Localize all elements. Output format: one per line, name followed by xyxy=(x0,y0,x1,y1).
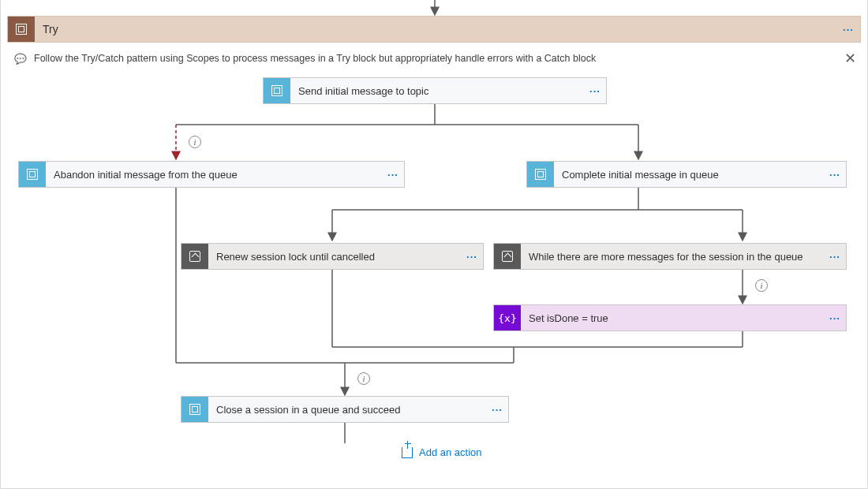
close-icon[interactable]: ✕ xyxy=(839,49,861,68)
run-after-info-icon[interactable]: i xyxy=(755,279,768,292)
service-bus-icon xyxy=(19,162,46,187)
action-menu-ellipsis[interactable]: ··· xyxy=(824,251,846,263)
service-bus-icon xyxy=(527,162,554,187)
until-loop-icon xyxy=(181,244,208,269)
action-abandon-initial-message[interactable]: Abandon initial message from the queue ·… xyxy=(18,161,405,188)
speech-icon: 💬 xyxy=(7,53,34,65)
add-action-icon xyxy=(402,447,413,458)
action-label: While there are more messages for the se… xyxy=(521,251,824,263)
action-close-session-and-succeed[interactable]: Close a session in a queue and succeed ·… xyxy=(181,396,509,423)
action-menu-ellipsis[interactable]: ··· xyxy=(461,251,483,263)
action-label: Complete initial message in queue xyxy=(554,169,824,181)
scope-header-try[interactable]: Try ··· xyxy=(7,16,861,43)
action-complete-initial-message[interactable]: Complete initial message in queue ··· xyxy=(526,161,847,188)
action-label: Send initial message to topic xyxy=(290,85,584,97)
scope-menu-ellipsis[interactable]: ··· xyxy=(836,24,860,35)
action-menu-ellipsis[interactable]: ··· xyxy=(824,312,846,324)
action-menu-ellipsis[interactable]: ··· xyxy=(824,169,846,181)
action-while-more-messages[interactable]: While there are more messages for the se… xyxy=(493,243,847,270)
action-label: Renew session lock until cancelled xyxy=(208,251,461,263)
action-label: Set isDone = true xyxy=(521,312,824,324)
scope-title: Try xyxy=(35,23,836,35)
action-send-initial-message[interactable]: Send initial message to topic ··· xyxy=(263,77,607,104)
service-bus-icon xyxy=(264,78,290,103)
scope-tip-text: Follow the Try/Catch pattern using Scope… xyxy=(34,53,839,64)
service-bus-icon xyxy=(181,397,208,422)
action-menu-ellipsis[interactable]: ··· xyxy=(382,169,404,181)
action-label: Close a session in a queue and succeed xyxy=(208,404,486,416)
run-after-info-icon[interactable]: i xyxy=(189,136,201,148)
action-menu-ellipsis[interactable]: ··· xyxy=(584,85,606,97)
until-loop-icon xyxy=(494,244,521,269)
action-set-isdone-true[interactable]: {x} Set isDone = true ··· xyxy=(493,304,847,331)
action-renew-session-lock[interactable]: Renew session lock until cancelled ··· xyxy=(181,243,484,270)
scope-tip-row: 💬 Follow the Try/Catch pattern using Sco… xyxy=(7,49,861,68)
scope-icon xyxy=(8,17,35,42)
action-label: Abandon initial message from the queue xyxy=(46,169,382,181)
designer-canvas: Try ··· 💬 Follow the Try/Catch pattern u… xyxy=(0,0,868,489)
add-action-label: Add an action xyxy=(419,446,482,458)
variable-icon: {x} xyxy=(494,305,521,330)
run-after-info-icon[interactable]: i xyxy=(357,372,370,385)
add-an-action[interactable]: Add an action xyxy=(402,446,482,458)
action-menu-ellipsis[interactable]: ··· xyxy=(486,404,508,416)
